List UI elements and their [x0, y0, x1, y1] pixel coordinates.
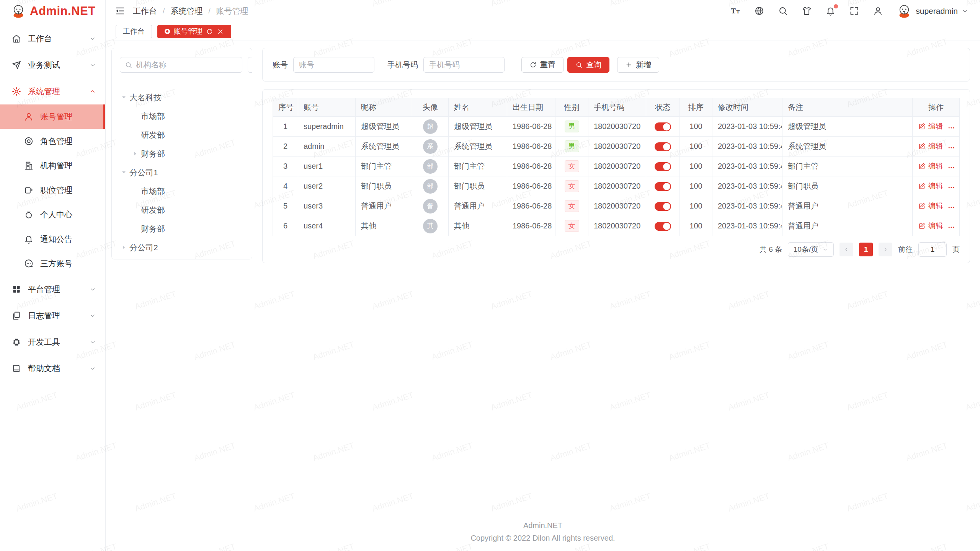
goto-label: 前往 — [898, 245, 913, 254]
sidebar-item[interactable]: 角色管理 — [0, 129, 105, 153]
refresh-icon[interactable] — [206, 28, 213, 35]
sidebar-item[interactable]: 系统管理 — [0, 78, 105, 104]
tree-node[interactable]: 市场部 — [118, 107, 252, 126]
fullscreen-icon[interactable] — [849, 6, 859, 16]
add-button[interactable]: 新增 — [617, 57, 659, 73]
cell-modified: 2023-01-03 10:59:44 — [712, 216, 782, 236]
sidebar-item[interactable]: 三方账号 — [0, 251, 105, 276]
page-number-button[interactable]: 1 — [859, 243, 873, 256]
gender-badge: 女 — [565, 180, 579, 192]
breadcrumb-item[interactable]: 系统管理 — [170, 6, 203, 16]
goto-page-input[interactable] — [918, 242, 947, 257]
query-button[interactable]: 查询 — [567, 57, 609, 73]
sidebar-item[interactable]: 职位管理 — [0, 178, 105, 202]
menu-fold-icon[interactable] — [115, 6, 125, 16]
more-actions-button[interactable] — [947, 223, 955, 231]
bell-icon[interactable] — [825, 6, 836, 16]
font-size-icon[interactable]: TT — [730, 6, 741, 16]
avatar: 部 — [423, 159, 438, 174]
edit-button[interactable]: 编辑 — [918, 121, 943, 131]
reset-button[interactable]: 重置 — [521, 57, 564, 73]
sidebar-item[interactable]: 机构管理 — [0, 153, 105, 178]
tree-node[interactable]: 财务部 — [118, 219, 252, 238]
tab-workbench[interactable]: 工作台 — [116, 25, 152, 38]
gender-badge: 男 — [565, 121, 579, 132]
sidebar-item[interactable]: 个人中心 — [0, 202, 105, 227]
caret-open-icon[interactable] — [118, 170, 129, 175]
cell-account: user4 — [298, 216, 356, 236]
tree-node[interactable]: 分公司1 — [118, 163, 252, 182]
org-search-box — [120, 57, 242, 73]
user-menu[interactable]: superadmin — [897, 3, 969, 19]
sidebar-item[interactable]: 开发工具 — [0, 329, 105, 355]
tree-node[interactable]: 财务部 — [118, 144, 252, 163]
status-toggle[interactable] — [655, 182, 671, 191]
breadcrumb-separator: / — [163, 7, 165, 15]
edit-button[interactable]: 编辑 — [918, 181, 943, 191]
sidebar-item-label: 工作台 — [28, 33, 89, 44]
caret-closed-icon[interactable] — [129, 151, 141, 156]
edit-button[interactable]: 编辑 — [918, 161, 943, 171]
gear-icon — [11, 86, 21, 96]
account-input[interactable] — [293, 57, 374, 73]
sidebar-item[interactable]: 账号管理 — [0, 104, 105, 129]
edit-button[interactable]: 编辑 — [918, 221, 943, 231]
cell-status — [646, 117, 680, 137]
user-icon[interactable] — [873, 6, 883, 16]
tree-node[interactable]: 研发部 — [118, 201, 252, 219]
logo[interactable]: Admin.NET — [0, 0, 105, 22]
tree-node[interactable]: 分公司2 — [118, 238, 252, 257]
sidebar-item[interactable]: 业务测试 — [0, 52, 105, 78]
theme-icon[interactable] — [802, 6, 812, 16]
sidebar-item[interactable]: 日志管理 — [0, 302, 105, 329]
tree-more-button[interactable] — [248, 57, 252, 73]
more-actions-button[interactable] — [947, 184, 955, 191]
next-page-button[interactable] — [879, 243, 892, 256]
edit-button[interactable]: 编辑 — [918, 201, 943, 211]
cell-remark: 普通用户 — [782, 216, 913, 236]
search-icon[interactable] — [778, 6, 788, 16]
send-icon — [11, 60, 21, 70]
cell-birth: 1986-06-28 — [507, 196, 555, 216]
tree-node[interactable]: 研发部 — [118, 126, 252, 144]
accounts-table: 序号账号昵称头像姓名出生日期性别手机号码状态排序修改时间备注操作1superad… — [273, 98, 960, 236]
cell-remark: 部门主管 — [782, 156, 913, 176]
caret-open-icon[interactable] — [118, 95, 129, 100]
sidebar-item[interactable]: 平台管理 — [0, 276, 105, 302]
log-icon — [11, 311, 21, 321]
close-icon[interactable] — [217, 28, 224, 35]
page-size-select[interactable]: 10条/页 — [788, 242, 834, 257]
more-actions-button[interactable] — [947, 204, 955, 211]
tab-account-management[interactable]: 账号管理 — [157, 25, 231, 38]
status-toggle[interactable] — [655, 202, 671, 211]
topbar-icon-group: TT — [730, 6, 883, 16]
tree-node-label: 分公司2 — [129, 242, 158, 253]
status-toggle[interactable] — [655, 222, 671, 231]
edit-button[interactable]: 编辑 — [918, 141, 943, 151]
cell-index: 1 — [273, 117, 298, 137]
chevron-down-icon — [962, 8, 969, 15]
cell-nickname: 系统管理员 — [356, 137, 412, 156]
status-toggle[interactable] — [655, 162, 671, 171]
sidebar-item[interactable]: 工作台 — [0, 25, 105, 52]
more-actions-button[interactable] — [947, 164, 955, 171]
cell-status — [646, 216, 680, 236]
org-search-input[interactable] — [136, 60, 237, 69]
cell-gender: 女 — [555, 196, 588, 216]
breadcrumb-item[interactable]: 工作台 — [133, 6, 157, 16]
more-actions-button[interactable] — [947, 144, 955, 152]
status-toggle[interactable] — [655, 122, 671, 131]
phone-input[interactable] — [423, 57, 505, 73]
language-icon[interactable] — [754, 6, 764, 16]
status-toggle[interactable] — [655, 142, 671, 151]
more-actions-button[interactable] — [947, 124, 955, 132]
tree-node[interactable]: 大名科技 — [118, 88, 252, 107]
edit-icon — [918, 142, 926, 150]
prev-page-button[interactable] — [840, 243, 853, 256]
sidebar-item[interactable]: 帮助文档 — [0, 355, 105, 381]
page-unit-label: 页 — [952, 245, 960, 254]
caret-closed-icon[interactable] — [118, 245, 129, 250]
tree-node[interactable]: 市场部 — [118, 182, 252, 201]
sidebar-item[interactable]: 通知公告 — [0, 227, 105, 251]
cell-modified: 2023-01-03 10:59:44 — [712, 117, 782, 137]
